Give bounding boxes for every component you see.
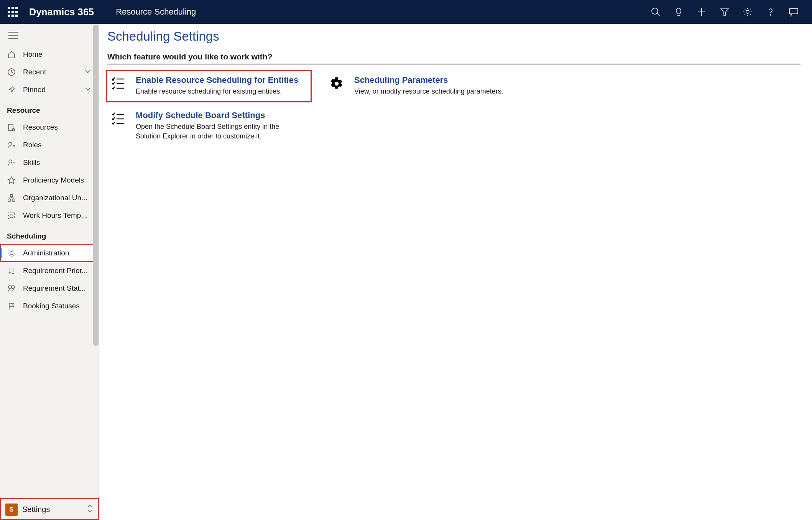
skills-icon (7, 158, 16, 167)
resource-icon (7, 123, 16, 132)
lightbulb-icon[interactable] (667, 0, 690, 24)
nav-label: Work Hours Temp... (23, 211, 87, 220)
priority-icon (7, 266, 16, 275)
tile-description: Enable resource scheduling for existing … (136, 87, 298, 96)
svg-point-7 (770, 15, 771, 15)
nav-administration[interactable]: Administration (0, 244, 99, 262)
nav-requirement-statuses[interactable]: Requirement Stat... (0, 280, 99, 297)
gear-solid-icon (329, 77, 344, 92)
roles-icon (7, 140, 16, 150)
status-icon (7, 284, 16, 293)
svg-rect-19 (10, 194, 13, 197)
nav-label: Requirement Prior... (23, 267, 88, 275)
nav-work-hours-templates[interactable]: Work Hours Temp... (0, 207, 99, 224)
pin-icon (7, 85, 16, 94)
nav-pinned[interactable]: Pinned (0, 81, 99, 99)
checklist-icon (110, 112, 126, 127)
app-launcher-icon[interactable] (7, 6, 18, 18)
nav-section-scheduling: Scheduling (0, 224, 99, 244)
filter-icon[interactable] (713, 0, 736, 24)
nav-section-resource: Resource (0, 99, 99, 118)
nav-label: Skills (23, 158, 40, 167)
tile-description: Open the Schedule Board Settings entity … (136, 122, 293, 141)
clock-icon (7, 67, 16, 77)
add-icon[interactable] (690, 0, 713, 24)
tile-scheduling-parameters[interactable]: Scheduling Parameters View, or modify re… (326, 71, 529, 101)
flag-icon (7, 301, 16, 311)
tile-enable-resource-scheduling[interactable]: Enable Resource Scheduling for Entities … (107, 71, 311, 101)
star-icon (7, 176, 16, 185)
nav-booking-statuses[interactable]: Booking Statuses (0, 297, 99, 315)
nav-requirement-priorities[interactable]: Requirement Prior... (0, 262, 99, 280)
tile-modify-schedule-board[interactable]: Modify Schedule Board Settings Open the … (107, 107, 311, 146)
nav-home[interactable]: Home (0, 46, 99, 63)
svg-rect-8 (789, 8, 798, 14)
nav-label: Recent (23, 68, 46, 76)
product-brand: Dynamics 365 (29, 7, 94, 18)
nav-proficiency-models[interactable]: Proficiency Models (0, 171, 99, 189)
org-icon (7, 193, 16, 202)
svg-marker-18 (8, 177, 15, 184)
nav-label: Organizational Un... (23, 194, 87, 202)
nav-label: Roles (23, 141, 42, 149)
svg-rect-21 (13, 199, 15, 201)
svg-marker-5 (721, 9, 728, 15)
svg-point-14 (12, 128, 15, 131)
nav-label: Resources (23, 123, 58, 132)
chevron-down-icon (84, 67, 92, 77)
svg-point-29 (12, 286, 15, 289)
help-icon[interactable] (759, 0, 782, 24)
nav-roles[interactable]: Roles (0, 136, 99, 154)
svg-point-23 (10, 215, 13, 218)
tile-title: Enable Resource Scheduling for Entities (136, 75, 298, 85)
nav-resources[interactable]: Resources (0, 118, 99, 136)
svg-point-24 (10, 252, 13, 255)
svg-point-0 (652, 8, 658, 14)
nav-skills[interactable]: Skills (0, 154, 99, 171)
hamburger-icon[interactable] (0, 24, 99, 46)
svg-point-15 (9, 142, 12, 145)
sidebar-scrollbar[interactable] (93, 25, 99, 346)
nav-label: Proficiency Models (23, 176, 84, 184)
nav-org-units[interactable]: Organizational Un... (0, 189, 99, 207)
calendar-icon (7, 211, 16, 220)
assistant-icon[interactable] (782, 0, 805, 24)
page-prompt: Which feature would you like to work wit… (107, 52, 800, 64)
search-icon[interactable] (644, 0, 667, 24)
svg-rect-20 (8, 199, 10, 201)
checklist-icon (110, 77, 126, 92)
app-name[interactable]: Resource Scheduling (116, 7, 196, 17)
svg-point-28 (8, 286, 12, 289)
chevron-down-icon (84, 85, 92, 95)
svg-point-27 (13, 273, 13, 274)
left-nav-sidebar: Home Recent Pinned Resource Resources Ro… (0, 24, 99, 520)
tile-title: Modify Schedule Board Settings (136, 110, 293, 120)
nav-recent[interactable]: Recent (0, 63, 99, 81)
svg-point-6 (746, 10, 749, 13)
nav-label: Pinned (23, 86, 46, 94)
chevron-updown-icon (86, 504, 93, 515)
header-divider (105, 6, 105, 18)
nav-label: Home (23, 50, 43, 59)
svg-point-16 (9, 160, 12, 163)
tile-description: View, or modify resource scheduling para… (354, 87, 503, 96)
area-badge: S (5, 504, 18, 516)
top-nav-bar: Dynamics 365 Resource Scheduling (0, 0, 812, 24)
svg-line-1 (657, 13, 660, 16)
tile-title: Scheduling Parameters (354, 75, 503, 85)
main-content: Scheduling Settings Which feature would … (99, 24, 812, 520)
nav-label: Administration (23, 249, 69, 257)
area-switcher[interactable]: S Settings (0, 499, 99, 520)
nav-label: Requirement Stat... (23, 284, 86, 293)
nav-label: Booking Statuses (23, 302, 80, 310)
area-label: Settings (22, 505, 50, 514)
page-title: Scheduling Settings (107, 29, 800, 44)
settings-icon[interactable] (736, 0, 759, 24)
home-icon (7, 50, 16, 59)
gear-icon (7, 248, 16, 258)
